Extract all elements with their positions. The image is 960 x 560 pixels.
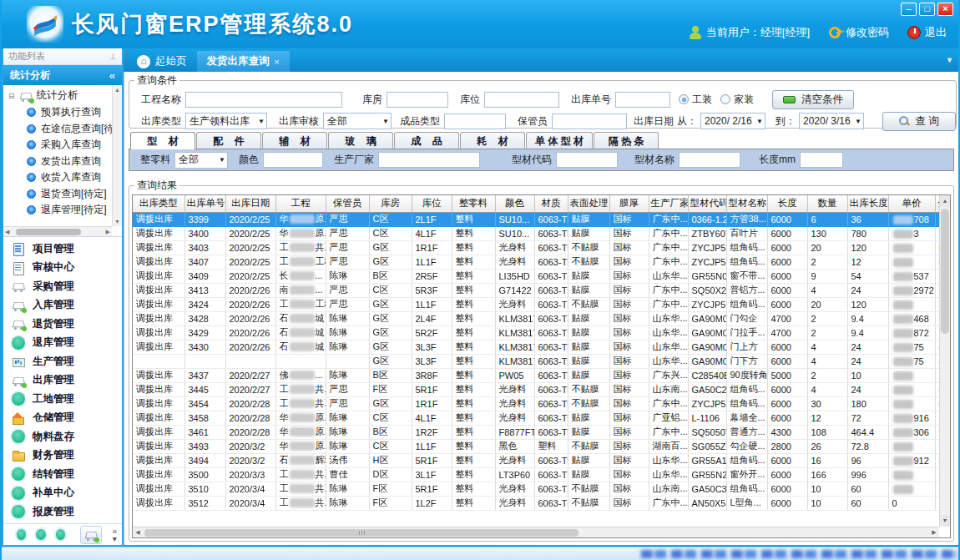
date-from-picker[interactable]: 2020/ 2/16▼ <box>700 113 765 129</box>
audit-select[interactable]: 全部▼ <box>323 113 392 129</box>
column-header-数量[interactable]: 数量 <box>807 195 847 212</box>
close-tab-icon[interactable]: × <box>275 57 280 67</box>
table-row[interactable]: 调拨出库34072020/2/25工工程严思G区1L1F整料光身料6063-T5… <box>133 255 950 269</box>
clear-conditions-button[interactable]: 清空条件 <box>772 90 854 109</box>
search-button[interactable]: 查 询 <box>882 112 956 131</box>
table-row[interactable]: 调拨出库34932020/3/2华原...陈琳C区1L1F整料黑色塑料不贴膜国标… <box>133 439 950 453</box>
tab-发货出库查询[interactable]: 发货出库查询× <box>197 51 290 72</box>
material-tab-成品[interactable]: 成 品 <box>394 132 459 149</box>
scroll-down-icon[interactable]: ▼ <box>940 515 950 527</box>
material-tab-耗材[interactable]: 耗 材 <box>460 132 525 149</box>
table-row[interactable]: 调拨出库34582020/2/28华原...陈琳C区4L1F整料光身料6063-… <box>133 411 950 425</box>
product-type-input[interactable] <box>444 114 506 129</box>
material-tab-辅材[interactable]: 辅 材 <box>262 132 327 149</box>
column-header-型材代码[interactable]: 型材代码 <box>688 195 726 212</box>
profile-code-input[interactable] <box>556 152 618 168</box>
table-row[interactable]: 调拨出库34542020/2/28工共工程严思G区1R1F整料光身料6063-T… <box>133 396 950 411</box>
material-tab-单体型材[interactable]: 单 体 型 材 <box>526 132 593 149</box>
table-row[interactable]: 调拨出库35002020/3/3工共工程曹佳D区3L1F整料LT3P606063… <box>133 467 950 482</box>
more-modules-button[interactable]: »▾ <box>112 527 117 542</box>
maximize-button[interactable]: □ <box>919 3 935 16</box>
home-radio[interactable] <box>720 94 730 104</box>
column-header-膜厚[interactable]: 膜厚 <box>609 195 649 212</box>
profile-name-input[interactable] <box>679 152 740 168</box>
whole-part-select[interactable]: 全部▼ <box>174 152 228 169</box>
tree-item[interactable]: 退库管理[待定] <box>8 202 112 219</box>
tree-item[interactable]: 采购入库查询 <box>8 137 112 154</box>
table-row[interactable]: 调拨出库35122020/3/4工共工程陈琳F区1L2F整料光身料6063-T5… <box>133 496 950 510</box>
table-row[interactable]: 调拨出库34032020/2/25工共工程严思G区1R1F整料光身料6063-T… <box>133 240 950 255</box>
table-row[interactable]: 调拨出库34242020/2/26工工程严思G区1L1F整料光身料6063-T5… <box>133 297 950 311</box>
table-row[interactable]: 调拨出库35102020/3/4工共工程陈琳F区5R1F整料光身料6063-T5… <box>133 482 950 496</box>
sidebar-item-物料盘存[interactable]: 物料盘存 <box>12 428 122 446</box>
sidebar-item-结转管理[interactable]: 结转管理 <box>12 466 122 483</box>
cart-module-button[interactable] <box>80 526 102 544</box>
sidebar-item-出库管理[interactable]: 出库管理 <box>12 371 122 389</box>
scroll-up-icon[interactable]: ▲ <box>114 87 120 93</box>
sidebar-item-退货管理[interactable]: 退货管理 <box>12 315 122 333</box>
column-header-工程[interactable]: 工程 <box>275 195 326 212</box>
scroll-left-icon[interactable]: ◀ <box>133 529 143 536</box>
pin-icon[interactable]: ⊤ <box>109 52 117 61</box>
tree-item[interactable]: 收货入库查询 <box>8 169 112 186</box>
tree-expander-icon[interactable]: ⊟ <box>8 92 15 100</box>
column-header-型材名称[interactable]: 型材名称 <box>726 195 767 212</box>
stats-group-header[interactable]: 统计分析 « <box>3 65 122 85</box>
module-dot-icon[interactable] <box>17 529 26 540</box>
tree-item[interactable]: 退货查询[待定] <box>8 186 112 203</box>
column-header-库房[interactable]: 库房 <box>369 195 412 212</box>
table-row[interactable]: 调拨出库33992020/2/25华原...严思C区2L1F整料SU10...6… <box>133 212 950 226</box>
maker-input[interactable] <box>378 152 480 168</box>
column-header-出库单号[interactable]: 出库单号 <box>184 195 225 212</box>
material-tab-玻璃[interactable]: 玻 璃 <box>328 132 393 149</box>
scroll-left-icon[interactable]: ◀ <box>5 229 9 235</box>
tree-horizontal-scrollbar[interactable]: ◀ ▶ <box>3 226 112 236</box>
table-row[interactable]: 调拨出库34092020/2/25长...陈琳B区2R5F整料LI35HD606… <box>133 269 950 283</box>
grid-vertical-scrollbar[interactable]: ▲ ▼ <box>939 195 950 527</box>
sidebar-item-报废管理[interactable]: 报废管理 <box>12 503 122 521</box>
close-button[interactable]: × <box>937 3 953 16</box>
table-row[interactable]: 调拨出库34302020/2/26石城陈琳G区3L3F整料KLM38176063… <box>133 340 950 354</box>
scroll-thumb[interactable] <box>16 229 81 235</box>
table-row[interactable]: 调拨出库34372020/2/27佛...陈琳B区3R8F整料PW056063-… <box>133 368 950 382</box>
location-input[interactable] <box>484 92 559 108</box>
sidebar-item-入库管理[interactable]: 入库管理 <box>12 296 122 314</box>
sidebar-item-财务管理[interactable]: 财务管理 <box>12 446 122 464</box>
grid-horizontal-scrollbar[interactable]: ◀ ▶ <box>133 527 939 537</box>
table-row[interactable]: 调拨出库34452020/2/27工共工程严思F区5R1F整料光身料6063-T… <box>133 382 950 396</box>
color-input[interactable] <box>263 152 323 168</box>
order-no-input[interactable] <box>615 92 670 108</box>
collapse-icon[interactable]: « <box>109 69 115 82</box>
scroll-up-icon[interactable]: ▲ <box>940 195 950 207</box>
column-header-出库类型[interactable]: 出库类型 <box>133 195 184 212</box>
column-header-整零料[interactable]: 整零料 <box>452 195 495 212</box>
sidebar-item-仓储管理[interactable]: 仓储管理 <box>12 409 122 426</box>
material-tab-配件[interactable]: 配 件 <box>196 132 261 149</box>
sidebar-item-项目管理[interactable]: 项目管理 <box>12 240 122 258</box>
material-tab-隔热条[interactable]: 隔 热 条 <box>594 132 659 149</box>
change-password-link[interactable]: 修改密码 <box>828 25 889 40</box>
warehouse-input[interactable] <box>387 92 448 108</box>
table-row[interactable]: 调拨出库34282020/2/26石城陈琳G区2L4F整料KLM38176063… <box>133 311 950 325</box>
sidebar-item-生产管理[interactable]: 生产管理 <box>12 353 122 371</box>
column-header-出库长度[interactable]: 出库长度 <box>847 195 888 212</box>
tree-item[interactable]: 在途信息查询[待 <box>8 121 112 138</box>
sidebar-item-采购管理[interactable]: 采购管理 <box>12 278 122 295</box>
scroll-thumb[interactable] <box>144 529 579 537</box>
table-row[interactable]: 调拨出库34002020/2/25华原...严思C区4L1F整料SU10...6… <box>133 226 950 240</box>
sidebar-item-工地管理[interactable]: 工地管理 <box>12 391 122 408</box>
scroll-thumb[interactable] <box>941 209 949 334</box>
tree-vertical-scrollbar[interactable]: ▲ ▼ <box>112 85 122 226</box>
table-row[interactable]: G区3L3F整料KLM38176063-T5贴膜国标山东华...GA90M09.… <box>133 354 950 368</box>
scroll-right-icon[interactable]: ▶ <box>106 229 110 235</box>
sidebar-item-审核中心[interactable]: 审核中心 <box>12 259 122 276</box>
column-header-出库日期[interactable]: 出库日期 <box>225 195 275 212</box>
scroll-right-icon[interactable]: ▶ <box>929 529 939 536</box>
column-header-保管员[interactable]: 保管员 <box>326 195 369 212</box>
column-header-库位[interactable]: 库位 <box>412 195 452 212</box>
sidebar-item-补单中心[interactable]: 补单中心 <box>12 484 122 502</box>
table-row[interactable]: 调拨出库34132020/2/26南...严思C区5R3F整料G71422606… <box>133 283 950 297</box>
length-input[interactable] <box>800 152 843 168</box>
column-header-表面处理[interactable]: 表面处理 <box>568 195 609 212</box>
keeper-input[interactable] <box>552 114 627 129</box>
